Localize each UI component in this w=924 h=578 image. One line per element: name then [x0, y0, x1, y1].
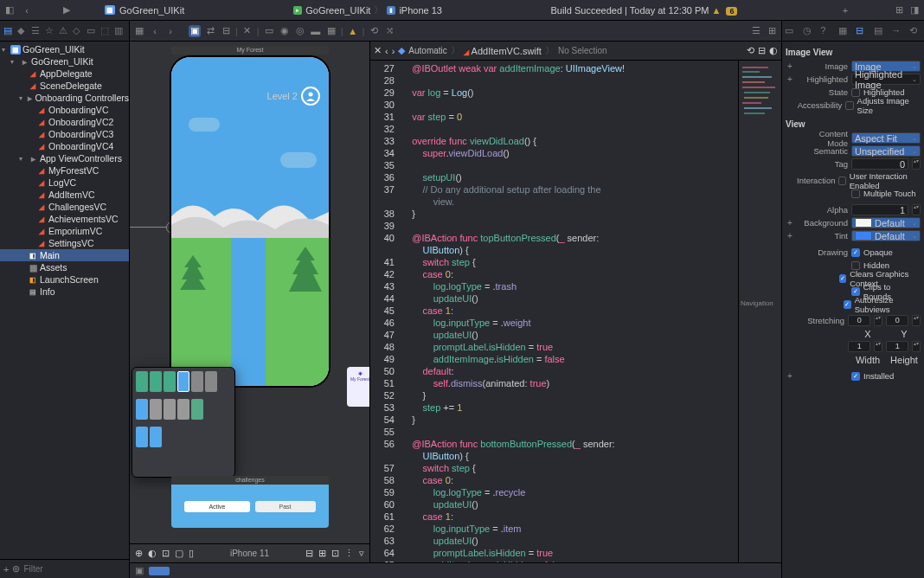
tree-file[interactable]: ◢EmporiumVC [0, 225, 129, 237]
related-icon[interactable]: ▦ [133, 25, 145, 37]
ib-doc-icon[interactable]: ▭ [263, 25, 275, 37]
back-icon[interactable]: ‹ [385, 46, 388, 56]
tree-file[interactable]: ◢OnboardingVC3 [0, 128, 129, 140]
tree-root[interactable]: ▾▦GoGreen_UIKit [0, 43, 129, 55]
tree-file[interactable]: ◢SettingsVC [0, 237, 129, 249]
clears-checkbox[interactable]: ✓ [839, 274, 846, 283]
canvas-tool-icon[interactable]: ▯ [189, 548, 194, 559]
add-icon[interactable]: + [786, 231, 794, 241]
content-mode-dropdown[interactable]: Aspect Fit⌄ [851, 132, 921, 144]
assistant-icon[interactable]: ⊞ [766, 25, 778, 37]
accessibility-checkbox[interactable] [845, 101, 853, 110]
debug-indicator[interactable] [149, 567, 170, 575]
canvas-tool-icon[interactable]: ▢ [175, 548, 183, 559]
stretch-h[interactable]: 1 [886, 341, 908, 352]
tag-stepper[interactable]: ▴▾ [912, 158, 921, 170]
report-nav-tab[interactable]: ▥ [114, 25, 125, 36]
tree-file[interactable]: ◢ChallengesVC [0, 201, 129, 213]
scene-title-bar[interactable]: My Forest [171, 46, 329, 55]
minimap-toggle-icon[interactable]: ◐ [769, 45, 778, 56]
storyboard-canvas[interactable]: My Forest Level 2 [130, 42, 370, 562]
add-tab-icon[interactable]: + [839, 4, 851, 16]
tree-file[interactable]: ◢AppDelegate [0, 67, 129, 80]
ib-link-icon[interactable]: ⤭ [383, 25, 395, 37]
back-arrow-icon[interactable]: ‹ [149, 25, 161, 37]
installed-checkbox[interactable]: ✓ [851, 372, 860, 381]
counterpart-icon[interactable]: ⟲ [747, 45, 754, 56]
canvas-tool-icon[interactable]: ⊟ [305, 548, 313, 559]
background-dropdown[interactable]: Default⌄ [851, 217, 921, 228]
test-nav-tab[interactable]: ◇ [73, 25, 84, 36]
multitouch-checkbox[interactable] [851, 189, 860, 198]
tree-file[interactable]: ◢OnboardingVC2 [0, 116, 129, 128]
device-selector[interactable]: iPhone 11 [199, 549, 300, 558]
code-text[interactable]: @IBOutlet weak var addItemImage: UIImage… [401, 61, 738, 562]
line-gutter[interactable]: 2728293031323334353637383940414243444546… [370, 61, 401, 562]
add-icon[interactable]: + [786, 74, 794, 84]
opaque-checkbox[interactable]: ✓ [851, 248, 860, 257]
ib-img-icon[interactable]: ▦ [325, 25, 337, 37]
debug-toggle-icon[interactable]: ▣ [135, 565, 144, 576]
file-crumb[interactable]: ◢ AddItemVC.swift [464, 46, 542, 56]
library-icon[interactable]: ⊞ [893, 4, 905, 16]
tree-file-selected[interactable]: ◧Main [0, 249, 129, 261]
tree-file[interactable]: ◢OnboardingVC [0, 104, 129, 116]
autoresize-checkbox[interactable]: ✓ [844, 300, 851, 309]
size-inspector-tab[interactable]: ▤ [874, 25, 886, 37]
segment-active[interactable]: Active [184, 501, 249, 512]
ib-circle1-icon[interactable]: ◉ [279, 25, 291, 37]
project-icon[interactable]: ▦ [104, 4, 116, 16]
run-icon[interactable]: ▶ [61, 4, 73, 16]
tree-file[interactable]: ◧LaunchScreen [0, 273, 129, 286]
canvas-tool-icon[interactable]: ⋮ [344, 548, 354, 559]
stretch-w[interactable]: 1 [848, 341, 870, 352]
scheme-selector[interactable]: ▸GoGreen_UIKit 〉 ▮iPhone 13 [286, 2, 449, 18]
project-nav-tab[interactable]: ▤ [3, 25, 15, 36]
sidebar-toggle-icon[interactable]: ◧ [3, 4, 16, 16]
history-inspector-tab[interactable]: ◷ [803, 25, 815, 37]
canvas-tool-icon[interactable]: ⊡ [162, 548, 170, 559]
add-icon[interactable]: + [3, 564, 9, 575]
help-inspector-tab[interactable]: ? [820, 25, 832, 37]
source-nav-tab[interactable]: ◆ [17, 25, 29, 36]
tree-file[interactable]: ◢OnboardingVC4 [0, 140, 129, 152]
alpha-stepper[interactable]: ▴▾ [912, 204, 921, 215]
highlighted-dropdown[interactable]: Highlighted Image⌄ [851, 74, 921, 85]
project-name[interactable]: GoGreen_UIKit [119, 5, 184, 16]
debug-nav-tab[interactable]: ▭ [87, 25, 98, 36]
scene-challenges-partial[interactable]: challenges Active Past [171, 476, 329, 528]
fwd-icon[interactable]: › [392, 46, 395, 56]
related-icon[interactable]: ◆ [398, 45, 405, 56]
inspector-toggle-icon[interactable]: ◨ [908, 4, 921, 16]
canvas-tool-icon[interactable]: ▿ [359, 548, 364, 559]
code-editor[interactable]: ✕ ‹ › ◆ Automatic〉 ◢ AddItemVC.swift〉 No… [370, 42, 781, 562]
connections-inspector-tab[interactable]: → [891, 25, 903, 37]
add-icon[interactable]: + [786, 61, 794, 71]
refresh-inspector-tab[interactable]: ⟲ [909, 25, 921, 37]
tree-file[interactable]: ◢AchievementsVC [0, 213, 129, 225]
filter-input[interactable] [23, 564, 133, 574]
attributes-inspector-tab[interactable]: ⊟ [856, 25, 868, 37]
code-minimap[interactable]: Navigation [738, 61, 781, 562]
ib-warn-icon[interactable]: ▲ [347, 25, 359, 37]
ib-circle2-icon[interactable]: ◎ [294, 25, 306, 37]
ib-align-icon[interactable]: ⊟ [220, 25, 232, 37]
issue-nav-tab[interactable]: ⚠ [59, 25, 70, 36]
fwd-arrow-icon[interactable]: › [164, 25, 176, 37]
symbol-nav-tab[interactable]: ☰ [31, 25, 42, 36]
add-icon[interactable]: + [786, 218, 794, 228]
add-icon[interactable]: + [786, 371, 794, 381]
tree-file[interactable]: ◢SceneDelegate [0, 80, 129, 92]
tree-file[interactable]: ▤Info [0, 286, 129, 298]
tree-group[interactable]: ▾▸App ViewControllers [0, 152, 129, 164]
tag-field[interactable]: 0 [851, 158, 908, 170]
identity-inspector-tab[interactable]: ▦ [838, 25, 850, 37]
canvas-tool-icon[interactable]: ⊞ [318, 548, 326, 559]
tree-file[interactable]: ◢AddItemVC [0, 189, 129, 201]
scene-thumbnail[interactable]: ✱ My Forest [347, 367, 369, 407]
stretch-x[interactable]: 0 [848, 315, 870, 326]
canvas-tool-icon[interactable]: ⊕ [135, 548, 143, 559]
file-inspector-tab[interactable]: ▭ [785, 25, 797, 37]
tree-file[interactable]: ◢LogVC [0, 177, 129, 189]
tree-group[interactable]: ▾▸Onboarding Controllers [0, 92, 129, 104]
